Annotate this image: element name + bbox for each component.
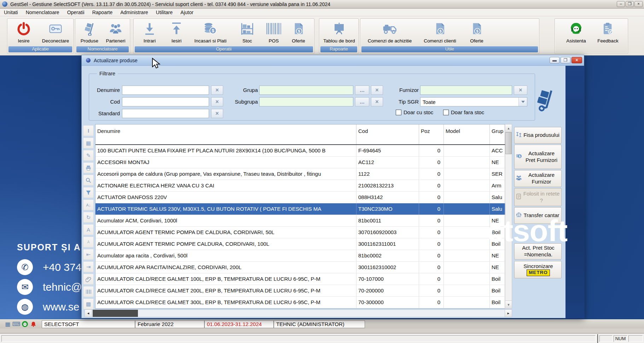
table-row[interactable]: ACUMULATOR CALD/RECE GALMET 200L, ERP B,… — [95, 285, 512, 297]
assistant-small-icon[interactable] — [21, 320, 29, 328]
column-header-model[interactable]: Model — [444, 124, 490, 144]
furnizor-input[interactable] — [420, 86, 512, 95]
scroll-left-icon[interactable]: ◄ — [85, 310, 92, 317]
table-row[interactable]: ACUMULATOR CALD/RECE GALMET 300L, ERP B,… — [95, 297, 512, 308]
edit-icon[interactable]: ✎ — [83, 150, 94, 161]
actualizare-pret-furnizori-button[interactable]: $ Actualizare Pret Furnizori — [514, 145, 562, 169]
table-row[interactable]: ACUMULATOR APA RACITA/INCALZIRE, CORDIVA… — [95, 262, 512, 273]
table-row[interactable]: Acumulator apa racita , Cordivari, 500l8… — [95, 250, 512, 262]
table-row[interactable]: ACUMULATOR CALD/RECE GALMET 100L, ERP B,… — [95, 273, 512, 285]
column-header-poz[interactable]: Poz — [419, 124, 444, 144]
select-cursor-icon[interactable]: I — [83, 125, 94, 136]
font-increase-icon[interactable]: A — [83, 224, 94, 235]
menu-administrare[interactable]: Administrare — [116, 10, 152, 15]
status-period: Februarie 2022 — [135, 320, 204, 328]
prev-record-icon[interactable]: ⇤ — [83, 249, 94, 260]
window-close-button[interactable]: × — [634, 1, 643, 7]
stoc-button[interactable]: Stoc — [232, 19, 262, 46]
barcode-small-icon[interactable] — [83, 286, 94, 297]
feedback-button[interactable]: Feedback — [593, 19, 623, 46]
window-maximize-button[interactable]: ❐ — [626, 1, 634, 7]
column-header-cod[interactable]: Cod — [356, 124, 419, 144]
table-row[interactable]: 100 BUCATI PUNTE CLEMA FIXARE PT PLACA N… — [95, 145, 512, 157]
print-icon[interactable] — [83, 162, 94, 173]
horizontal-scrollbar-thumb[interactable] — [93, 310, 138, 317]
scroll-up-icon[interactable]: ▲ — [505, 124, 512, 132]
table-row[interactable]: ACUMULATOR AGENT TERMIC POMPE CALDURA, C… — [95, 238, 512, 250]
menu-bar: Unitati Nomenclatoare Operatii Rapoarte … — [0, 9, 644, 16]
asistenta-button[interactable]: Asistenta — [559, 19, 593, 46]
bell-icon[interactable] — [29, 320, 37, 328]
filter-icon[interactable] — [83, 187, 94, 198]
font-decrease-icon[interactable]: A — [83, 237, 94, 248]
grupa-input[interactable] — [259, 86, 353, 95]
parteneri-button[interactable]: Parteneri — [102, 19, 129, 46]
oferte-button[interactable]: $ Oferte — [285, 19, 312, 46]
dialog-maximize-button[interactable]: ❐ — [561, 57, 570, 63]
cod-input[interactable] — [122, 97, 209, 106]
subgrupa-input[interactable] — [259, 97, 353, 106]
doar-cu-stoc-checkbox[interactable]: Doar cu stoc — [396, 109, 433, 115]
iesiri-button[interactable]: Iesiri — [164, 19, 189, 46]
standard-input[interactable] — [122, 109, 209, 118]
grupa-browse-button[interactable]: ... — [355, 86, 369, 95]
next-record-icon[interactable]: ⇥ — [83, 261, 94, 272]
incasari-si-plati-button[interactable]: $ Incasari si Plati — [189, 19, 232, 46]
scroll-down-icon[interactable]: ▼ — [505, 301, 512, 308]
calculator-icon[interactable]: ▦ — [4, 320, 12, 328]
pos-button[interactable]: POS — [262, 19, 285, 46]
column-header-denumire[interactable]: Denumire — [95, 124, 356, 144]
vertical-scrollbar-thumb[interactable] — [505, 132, 512, 154]
app-titlebar: GestSel - Gestiune SelectSOFT (Vers. 13.… — [0, 0, 644, 8]
menu-unitati[interactable]: Unitati — [0, 10, 22, 15]
column-header-grup[interactable]: Grup — [490, 124, 505, 144]
comenzi-clienti-button[interactable]: $ Comenzi clienti — [418, 19, 462, 46]
subgrupa-browse-button[interactable]: ... — [355, 97, 369, 106]
sort-icon[interactable]: A↓ — [83, 199, 94, 210]
refresh-icon[interactable]: ↻ — [83, 212, 94, 223]
dialog-close-button[interactable]: × — [572, 57, 582, 63]
subgrupa-clear-button[interactable]: × — [371, 97, 383, 106]
menu-utilitare[interactable]: Utilitare — [152, 10, 176, 15]
grupa-clear-button[interactable]: × — [371, 86, 383, 95]
table-row[interactable]: Acumulator ACM, Cordivari, 1000l81bc0011… — [95, 215, 512, 227]
fisa-produsului-button[interactable]: Fisa produsului — [514, 127, 562, 144]
table-row[interactable]: ACCESORII MONTAJAC1120NE — [95, 157, 512, 168]
grid-settings-icon[interactable]: ▩ — [83, 298, 94, 309]
cod-clear-button[interactable]: × — [211, 97, 223, 106]
deconectare-button[interactable]: Deconectare — [39, 19, 72, 46]
window-minimize-button[interactable]: – — [617, 1, 625, 7]
menu-ajutor[interactable]: Ajutor — [176, 10, 197, 15]
denumire-clear-button[interactable]: × — [211, 86, 223, 95]
iesire-button[interactable]: Iesire — [9, 19, 39, 46]
menu-operatii[interactable]: Operatii — [63, 10, 88, 15]
horizontal-scrollbar[interactable]: ◄ ► — [85, 309, 512, 317]
menu-nomenclatoare[interactable]: Nomenclatoare — [22, 10, 63, 15]
actualizare-furnizor-button[interactable]: Actualizare Furnizor — [514, 170, 562, 187]
intrari-button[interactable]: Intrari — [135, 19, 164, 46]
produse-button[interactable]: Produse — [77, 19, 102, 46]
sincronizare-metro-button[interactable]: Sincronizare METRO — [514, 261, 562, 278]
keyboard-icon[interactable]: ⌨ — [12, 320, 21, 328]
paperclip-icon[interactable] — [83, 274, 94, 285]
tip-sgr-select[interactable]: Toate — [420, 97, 527, 106]
menu-rapoarte[interactable]: Rapoarte — [88, 10, 117, 15]
table-row[interactable]: ACUMULATOR AGENT TERMIC POMPA DE CALDURA… — [95, 227, 512, 238]
scroll-right-icon[interactable]: ► — [505, 310, 512, 317]
tablou-de-bord-button[interactable]: Tablou de bord — [321, 19, 358, 46]
doar-fara-stoc-checkbox[interactable]: Doar fara stoc — [443, 109, 484, 115]
standard-clear-button[interactable]: × — [211, 109, 223, 118]
furnizor-clear-button[interactable]: × — [514, 86, 527, 95]
oferte-utile-button[interactable]: $ Oferte — [462, 19, 491, 46]
denumire-input[interactable] — [122, 86, 209, 95]
grupa-label: Grupa — [226, 87, 258, 93]
table-row-selected[interactable]: ACTUATOR TERMIC SALUS 230V, M30X1.5, CU … — [95, 203, 512, 215]
comenzi-achizitie-button[interactable]: Comenzi de achizitie — [362, 19, 418, 46]
table-row[interactable]: ACTIONARE ELECTRICA HERZ VANA CU 3 CAI21… — [95, 180, 512, 192]
table-row[interactable]: ACTUATOR DANFOSS 220V088H31420Salu — [95, 192, 512, 203]
search-icon[interactable] — [83, 175, 94, 186]
excel-export-icon[interactable]: ▦ — [83, 138, 94, 149]
table-row[interactable]: Accesorii pompa de caldura (Grup pompare… — [95, 168, 512, 180]
dialog-minimize-button[interactable]: ▬ — [550, 57, 559, 63]
toolbar-group-suport: Asistenta Feedback — [555, 18, 628, 54]
